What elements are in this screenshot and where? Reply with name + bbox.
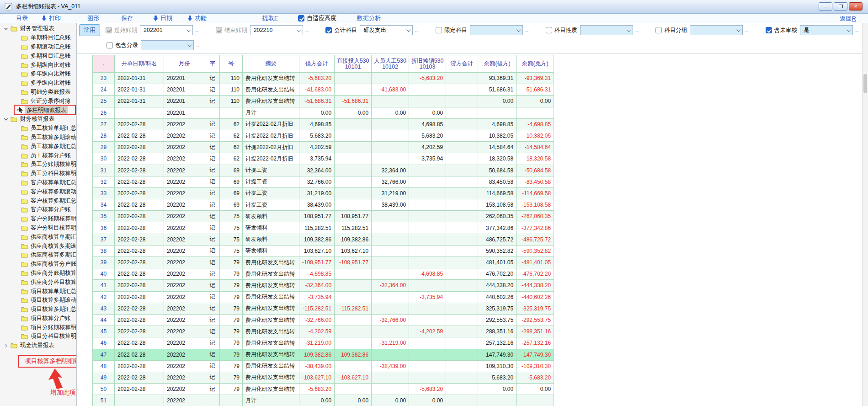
cell-summary[interactable]: 计提工资: [243, 165, 299, 176]
cell-depreciation[interactable]: 0.00: [409, 107, 446, 118]
cell-credit_total[interactable]: [446, 384, 478, 395]
cell-hao[interactable]: [220, 107, 243, 118]
cell-zi[interactable]: 记: [205, 73, 220, 84]
cell-balance_debit[interactable]: 292,553.75: [478, 314, 517, 326]
more-button[interactable]: ..: [415, 27, 419, 33]
cell-labor[interactable]: 32,766.00: [372, 176, 409, 187]
cell-credit_total[interactable]: [446, 130, 478, 141]
cell-credit_total[interactable]: [446, 337, 478, 349]
cell-hao[interactable]: 62: [220, 118, 243, 130]
cell-month[interactable]: 202202: [164, 280, 205, 291]
cell-direct_input[interactable]: -103,627.10: [335, 372, 372, 383]
cell-credit_total[interactable]: [446, 257, 478, 268]
cell-summary[interactable]: 计提工资: [243, 199, 299, 211]
cell-direct_input[interactable]: [335, 130, 372, 141]
cell-rownum[interactable]: 40: [93, 268, 115, 280]
cell-direct_input[interactable]: 0.00: [335, 107, 372, 118]
cell-debit_total[interactable]: -115,282.51: [299, 303, 335, 314]
tree-group-财务管理报表[interactable]: 财务管理报表: [0, 24, 76, 33]
cell-hao[interactable]: 79: [220, 257, 243, 268]
more-button[interactable]: ..: [195, 27, 199, 33]
cell-date[interactable]: 2022-02-28: [115, 303, 164, 314]
cell-labor[interactable]: [372, 372, 409, 383]
cell-rownum[interactable]: 29: [93, 142, 115, 153]
cell-date[interactable]: 2022-02-28: [115, 360, 164, 372]
cell-rownum[interactable]: 35: [93, 211, 115, 222]
filter-combo[interactable]: [690, 25, 743, 35]
cell-debit_total[interactable]: -108,951.77: [299, 257, 335, 268]
cell-depreciation[interactable]: 3,735.94: [409, 153, 446, 165]
cell-direct_input[interactable]: 0.00: [335, 395, 372, 406]
tree-item[interactable]: 员工核算单期汇总: [0, 124, 76, 133]
cell-depreciation[interactable]: [409, 84, 446, 96]
cell-direct_input[interactable]: 103,627.10: [335, 245, 372, 256]
cell-direct_input[interactable]: [335, 142, 372, 153]
cell-date[interactable]: 2022-02-28: [115, 234, 164, 245]
cell-balance_credit[interactable]: -481,401.05: [517, 257, 554, 268]
cell-credit_total[interactable]: [446, 360, 478, 372]
cell-rownum[interactable]: 34: [93, 199, 115, 211]
cell-hao[interactable]: 79: [220, 280, 243, 291]
tree-item[interactable]: 项目分科目核算明细: [0, 332, 76, 341]
tree-item[interactable]: 凭证分录序时簿: [0, 96, 76, 106]
tree-item[interactable]: 多期科目汇总账: [0, 51, 76, 60]
cell-summary[interactable]: 费用化研发支出结转: [243, 73, 299, 84]
cell-depreciation[interactable]: [409, 199, 446, 211]
cell-date[interactable]: 2022-02-28: [115, 165, 164, 176]
cell-balance_credit[interactable]: -257,132.16: [517, 337, 554, 349]
cell-month[interactable]: 202202: [164, 142, 205, 153]
cell-depreciation[interactable]: 4,698.85: [409, 118, 446, 130]
tree-item[interactable]: 多期滚动汇总账: [0, 43, 76, 52]
cell-balance_debit[interactable]: 440,602.26: [478, 291, 517, 303]
cell-balance_credit[interactable]: -83,450.58: [517, 176, 554, 187]
cell-direct_input[interactable]: [335, 384, 372, 395]
cell-zi[interactable]: 记: [205, 84, 220, 96]
data-analysis-button[interactable]: 数据分析: [357, 14, 381, 22]
cell-labor[interactable]: [372, 118, 409, 130]
cell-zi[interactable]: 记: [205, 326, 220, 337]
cell-rownum[interactable]: 51: [93, 395, 115, 406]
tree-item[interactable]: 项目分账期核算明细: [0, 323, 76, 332]
cell-zi[interactable]: 记: [205, 130, 220, 141]
cell-rownum[interactable]: 23: [93, 73, 115, 84]
cell-credit_total[interactable]: [446, 222, 478, 234]
cell-rownum[interactable]: 25: [93, 96, 115, 107]
column-header-debit_total[interactable]: 借方合计: [299, 55, 335, 73]
cell-hao[interactable]: 75: [220, 222, 243, 234]
filter-combo[interactable]: 是: [800, 25, 853, 35]
cell-date[interactable]: 2022-02-28: [115, 153, 164, 165]
cell-labor[interactable]: [372, 326, 409, 337]
cell-zi[interactable]: 记: [205, 257, 220, 268]
tree-item[interactable]: 项目核算多期滚动: [0, 296, 76, 305]
column-header-summary[interactable]: 摘要: [243, 55, 299, 73]
cell-debit_total[interactable]: 3,735.94: [299, 153, 335, 165]
cell-hao[interactable]: 69: [220, 187, 243, 199]
cell-depreciation[interactable]: 4,202.59: [409, 142, 446, 153]
cell-hao[interactable]: 79: [220, 337, 243, 349]
cell-debit_total[interactable]: -32,766.00: [299, 314, 335, 326]
cell-direct_input[interactable]: -115,282.51: [335, 303, 372, 314]
cell-balance_debit[interactable]: 262,060.35: [478, 211, 517, 222]
cell-balance_debit[interactable]: 109,310.30: [478, 360, 517, 372]
cell-labor[interactable]: [372, 73, 409, 84]
cell-debit_total[interactable]: 4,698.85: [299, 118, 335, 130]
cell-debit_total[interactable]: -103,627.10: [299, 372, 335, 383]
cell-month[interactable]: 202202: [164, 199, 205, 211]
cell-direct_input[interactable]: [335, 84, 372, 96]
cell-credit_total[interactable]: [446, 211, 478, 222]
cell-depreciation[interactable]: -4,202.59: [409, 326, 446, 337]
cell-summary[interactable]: 月计: [243, 107, 299, 118]
extract-button[interactable]: 提取F: [262, 14, 278, 22]
cell-direct_input[interactable]: [335, 73, 372, 84]
cell-labor[interactable]: [372, 384, 409, 395]
cell-hao[interactable]: 79: [220, 314, 243, 326]
cell-date[interactable]: 2022-02-28: [115, 314, 164, 326]
cell-summary[interactable]: 计提2022-02月折旧: [243, 130, 299, 141]
cell-rownum[interactable]: 48: [93, 360, 115, 372]
cell-labor[interactable]: 38,439.00: [372, 199, 409, 211]
cell-rownum[interactable]: 36: [93, 222, 115, 234]
cell-balance_credit[interactable]: -440,602.26: [517, 291, 554, 303]
cell-date[interactable]: 2022-02-28: [115, 384, 164, 395]
cell-balance_credit[interactable]: -292,553.75: [517, 314, 554, 326]
cell-hao[interactable]: 110: [220, 73, 243, 84]
